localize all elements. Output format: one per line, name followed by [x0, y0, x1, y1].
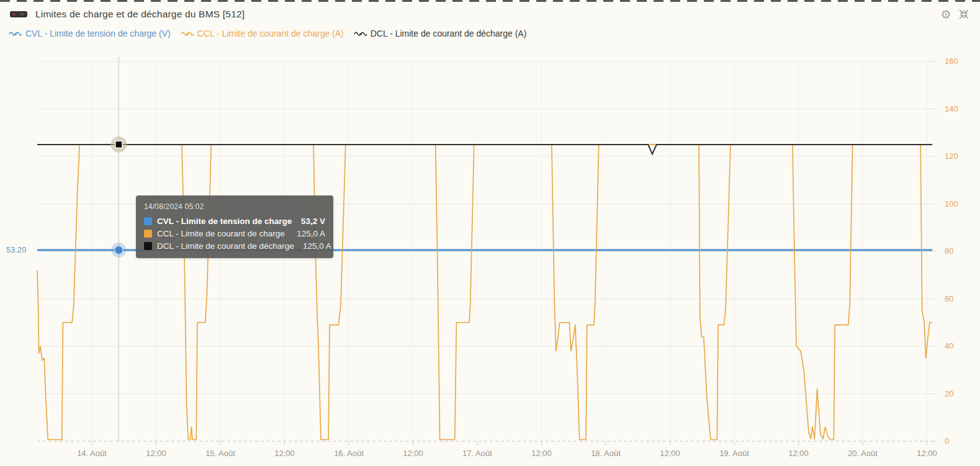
x-tick-label: 16. Août	[334, 449, 364, 458]
tooltip-row-ccl: CCL - Limite de courant de charge 125,0 …	[144, 229, 325, 238]
cvl-color-swatch	[144, 217, 152, 225]
y-tick-label: 40	[945, 341, 953, 351]
tooltip-row-dcl: DCL - Limite de courant de décharge 125,…	[144, 241, 325, 251]
y-tick-label: 20	[945, 389, 953, 398]
chart-tooltip: 14/08/2024 05:02 CVL - Limite de tension…	[136, 195, 333, 258]
y-tick-label: 120	[945, 151, 958, 161]
y-tick-label: 80	[945, 246, 953, 256]
y-tick-label: 140	[945, 104, 958, 114]
y-tick-label: 0	[945, 436, 949, 446]
x-tick-label: 19. Août	[719, 449, 749, 458]
x-tick-label: 18. Août	[591, 449, 621, 458]
x-tick-label: 20. Août	[848, 449, 878, 458]
cvl-hover-marker	[115, 246, 123, 254]
x-tick-label: 12:00	[917, 449, 937, 458]
x-tick-label: 12:00	[403, 449, 423, 458]
x-tick-label: 12:00	[274, 449, 295, 458]
ccl-color-swatch	[144, 230, 152, 238]
ccl-series-line	[37, 145, 932, 440]
x-tick-label: 12:00	[660, 449, 680, 458]
x-tick-label: 17. Août	[462, 449, 492, 458]
x-tick-label: 14. Août	[77, 449, 107, 458]
y-tick-label: 100	[945, 199, 958, 208]
tooltip-timestamp: 14/08/2024 05:02	[144, 202, 325, 211]
tooltip-row-cvl: CVL - Limite de tension de charge 53,2 V	[144, 217, 325, 226]
dcl-hover-marker	[115, 141, 122, 148]
y-tick-label: 60	[945, 294, 953, 303]
bms-limits-chart-widget: Limites de charge et de décharge du BMS …	[0, 0, 980, 466]
cvl-axis-value-label: 53.20	[6, 246, 26, 254]
x-tick-label: 15. Août	[205, 449, 235, 458]
dcl-series-line	[37, 145, 932, 154]
dcl-color-swatch	[144, 242, 152, 250]
x-tick-label: 12:00	[531, 449, 552, 458]
x-tick-label: 12:00	[146, 449, 166, 458]
y-tick-label: 160	[945, 56, 958, 66]
x-tick-label: 12:00	[788, 449, 809, 458]
